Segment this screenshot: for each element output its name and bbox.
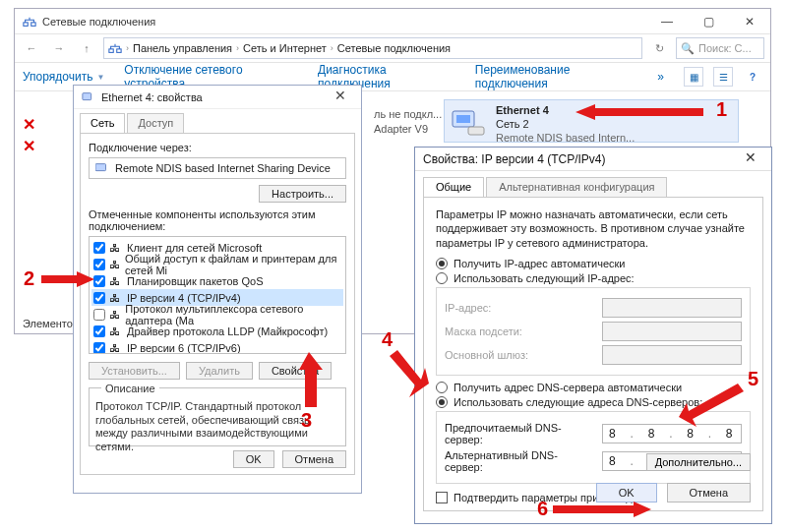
svg-rect-3	[117, 49, 121, 53]
disabled-x-icon: ✕	[23, 141, 36, 154]
tab-network[interactable]: Сеть	[80, 113, 125, 133]
radio-icon	[436, 272, 448, 284]
component-checkbox[interactable]	[93, 309, 105, 321]
minimize-button[interactable]: —	[646, 9, 688, 34]
callout-3: 3	[301, 409, 312, 432]
dialog-close-button[interactable]: ✕	[736, 149, 765, 165]
connection-card-ethernet4[interactable]: Ethernet 4 Сеть 2 Remote NDIS based Inte…	[444, 99, 739, 143]
nav-back-button[interactable]: ←	[21, 37, 42, 59]
ipv4-note: Параметры IP можно назначать автоматичес…	[436, 207, 751, 250]
radio-icon	[436, 396, 448, 408]
ok-button[interactable]: OK	[596, 483, 657, 502]
refresh-button[interactable]: ↻	[648, 37, 670, 59]
ok-button[interactable]: OK	[233, 450, 274, 468]
network-icon	[108, 41, 122, 55]
cmd-more[interactable]: »	[657, 70, 664, 84]
callout-5: 5	[748, 368, 758, 390]
adapter-icon	[449, 104, 488, 140]
dns-alternate-label: Альтернативный DNS-сервер:	[445, 449, 594, 473]
disabled-x-icon: ✕	[23, 119, 36, 133]
remove-button[interactable]: Удалить	[186, 362, 253, 380]
checkbox-icon	[436, 492, 448, 503]
window-controls: — ▢ ✕	[646, 9, 770, 34]
dialog-titlebar: Ethernet 4: свойства	[74, 86, 361, 109]
svg-rect-1	[31, 22, 35, 26]
explorer-title: Сетевые подключения	[42, 16, 155, 28]
device-box: Remote NDIS based Internet Sharing Devic…	[89, 157, 346, 179]
svg-rect-6	[468, 127, 484, 135]
advanced-button[interactable]: Дополнительно...	[646, 453, 751, 471]
view-details-toggle[interactable]: ☰	[713, 67, 733, 87]
tab-general[interactable]: Общие	[423, 177, 484, 197]
svg-rect-8	[95, 164, 106, 171]
close-button[interactable]: ✕	[729, 9, 770, 34]
breadcrumb[interactable]: › Панель управления› Сеть и Интернет› Се…	[103, 37, 642, 59]
component-checkbox[interactable]	[93, 259, 105, 270]
cancel-button[interactable]: Отмена	[667, 483, 751, 502]
cmd-organize[interactable]: Упорядочить ▼	[23, 70, 104, 84]
component-checkbox[interactable]	[93, 275, 105, 287]
tab-alternative[interactable]: Альтернативная конфигурация	[486, 177, 667, 197]
maximize-button[interactable]: ▢	[688, 9, 729, 34]
disabled-adapter-fragment: ль не подкл... Adapter V9	[374, 107, 442, 137]
radio-dns-manual[interactable]: Использовать следующие адреса DNS-сервер…	[436, 396, 751, 408]
components-list[interactable]: 🖧Клиент для сетей Microsoft 🖧Общий досту…	[89, 236, 346, 354]
dialog-title: Свойства: IP версии 4 (TCP/IPv4)	[423, 152, 606, 166]
cmd-rename[interactable]: Переименование подключения	[475, 63, 637, 90]
callout-4: 4	[382, 328, 393, 351]
subnet-mask-label: Маска подсети:	[445, 325, 594, 337]
configure-button[interactable]: Настроить...	[259, 185, 346, 203]
connect-via-label: Подключение через:	[89, 142, 346, 153]
gateway-label: Основной шлюз:	[445, 349, 594, 361]
callout-6: 6	[537, 498, 548, 520]
svg-rect-2	[109, 49, 113, 53]
ethernet-properties-dialog: Ethernet 4: свойства ✕ Сеть Доступ Подкл…	[73, 85, 362, 494]
crumb-network-internet[interactable]: Сеть и Интернет	[243, 42, 327, 54]
dialog-close-button[interactable]: ✕	[326, 88, 355, 103]
subnet-mask-input: ...	[602, 322, 742, 341]
svg-rect-7	[83, 92, 91, 99]
gateway-input: ...	[602, 345, 742, 365]
svg-rect-0	[24, 22, 28, 26]
component-item: 🖧Протокол мультиплексора сетевого адапте…	[91, 306, 343, 323]
radio-ip-manual[interactable]: Использовать следующий IP-адрес:	[436, 272, 751, 284]
tab-access[interactable]: Доступ	[127, 113, 184, 133]
cancel-button[interactable]: Отмена	[282, 450, 346, 468]
dns-preferred-input[interactable]: 8.8.8.8	[602, 424, 742, 443]
search-icon: 🔍	[681, 42, 695, 55]
crumb-control-panel[interactable]: Панель управления	[133, 42, 232, 54]
crumb-network-connections[interactable]: Сетевые подключения	[337, 42, 451, 54]
radio-dns-auto[interactable]: Получить адрес DNS-сервера автоматически	[436, 382, 751, 393]
radio-icon	[436, 382, 448, 393]
search-box[interactable]: 🔍 Поиск: С...	[676, 37, 764, 59]
connection-device: Remote NDIS based Intern...	[496, 132, 635, 144]
radio-ip-auto[interactable]: Получить IP-адрес автоматически	[436, 258, 751, 269]
description-legend: Описание	[101, 383, 159, 394]
radio-icon	[436, 258, 448, 269]
dialog-titlebar: Свойства: IP версии 4 (TCP/IPv4)	[415, 148, 771, 171]
nav-forward-button[interactable]: →	[48, 37, 70, 59]
view-large-toggle[interactable]: ▦	[684, 67, 703, 87]
connection-name: Ethernet 4	[496, 104, 549, 116]
search-placeholder: Поиск: С...	[698, 42, 752, 54]
nav-up-button[interactable]: ↑	[76, 37, 97, 59]
component-item: 🖧Драйвер протокола LLDP (Майкрософт)	[91, 323, 343, 339]
install-button[interactable]: Установить...	[89, 362, 180, 380]
ip-address-label: IP-адрес:	[445, 302, 594, 314]
component-checkbox[interactable]	[93, 292, 105, 304]
help-button[interactable]: ?	[743, 67, 762, 87]
callout-2: 2	[24, 267, 34, 290]
component-item: 🖧Общий доступ к файлам и принтерам для с…	[91, 256, 343, 272]
component-checkbox[interactable]	[93, 242, 105, 254]
component-checkbox[interactable]	[93, 325, 105, 337]
connection-network: Сеть 2	[496, 118, 529, 130]
device-name: Remote NDIS based Internet Sharing Devic…	[115, 162, 331, 174]
svg-rect-5	[456, 115, 470, 123]
properties-button[interactable]: Свойства	[259, 362, 332, 380]
component-checkbox[interactable]	[93, 342, 105, 354]
callout-1: 1	[716, 98, 727, 121]
dialog-title: Ethernet 4: свойства	[101, 91, 203, 103]
adapter-icon	[82, 90, 95, 104]
ip-address-input: ...	[602, 298, 742, 318]
dns-preferred-label: Предпочитаемый DNS-сервер:	[445, 422, 594, 445]
